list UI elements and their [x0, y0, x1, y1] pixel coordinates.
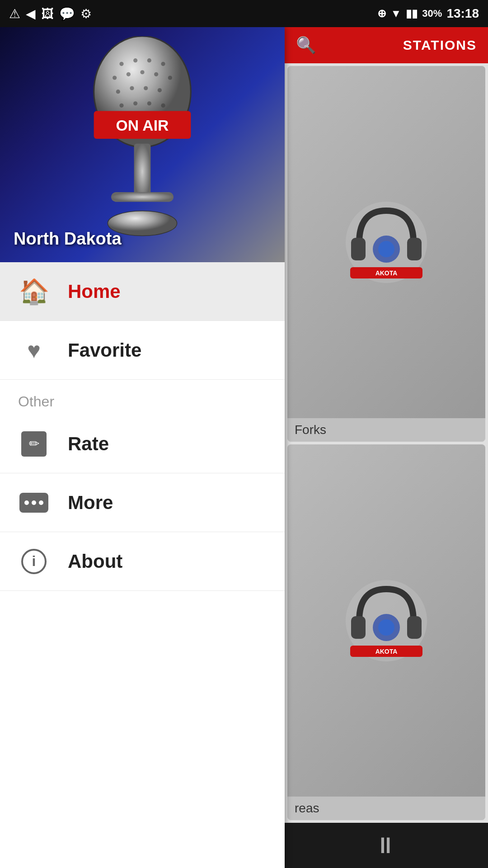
svg-point-13 [158, 88, 162, 92]
svg-text:AKOTA: AKOTA [375, 648, 398, 655]
rate-icon [18, 428, 50, 460]
sidebar-item-more[interactable]: More [0, 473, 285, 532]
svg-point-5 [113, 75, 117, 80]
message-icon: 💬 [59, 6, 75, 21]
rate-label: Rate [68, 433, 109, 455]
home-icon: 🏠 [18, 276, 50, 307]
sidebar-item-rate[interactable]: Rate [0, 415, 285, 473]
app-container: ON AIR North Dakota 🏠 Home ♥ Favorite [0, 27, 488, 868]
right-panel: 🔍 STATIONS [285, 27, 488, 868]
svg-point-1 [119, 62, 123, 66]
playback-bar: ⏸ [285, 823, 488, 868]
more-label: More [68, 492, 113, 514]
other-section-header: Other [0, 380, 285, 415]
svg-rect-31 [351, 616, 366, 639]
svg-point-10 [116, 90, 120, 94]
settings-icon: ⚙ [80, 6, 92, 21]
station-card-2[interactable]: AKOTA reas [287, 444, 485, 820]
sidebar-item-about[interactable]: i About [0, 532, 285, 591]
notification-icon: ⚠ [9, 6, 20, 21]
headphone-svg-1: AKOTA [341, 197, 432, 288]
microphone-svg: ON AIR [66, 36, 219, 244]
stations-list: AKOTA Forks [285, 63, 488, 823]
station-card-1-image: AKOTA [287, 66, 485, 418]
time-label: 13:18 [446, 6, 479, 21]
search-icon[interactable]: 🔍 [296, 36, 316, 55]
headphone-svg-2: AKOTA [341, 576, 432, 666]
home-label: Home [68, 281, 121, 302]
svg-point-14 [119, 104, 123, 108]
image-icon: 🖼 [41, 6, 54, 21]
sidebar: ON AIR North Dakota 🏠 Home ♥ Favorite [0, 27, 285, 868]
more-icon [18, 487, 50, 519]
add-icon: ⊕ [377, 7, 386, 20]
signal-icon: ▮▮ [406, 7, 418, 20]
station-1-location: Forks [295, 423, 326, 437]
right-header: 🔍 STATIONS [285, 27, 488, 63]
svg-point-9 [168, 75, 172, 80]
hero-location-label: North Dakota [14, 229, 122, 249]
svg-point-34 [378, 619, 394, 636]
svg-rect-21 [111, 192, 174, 202]
pause-button[interactable]: ⏸ [374, 832, 399, 859]
wifi-icon: ▼ [391, 7, 402, 20]
svg-rect-25 [407, 238, 422, 260]
status-right-icons: ⊕ ▼ ▮▮ 30% 13:18 [377, 6, 479, 21]
svg-point-6 [127, 72, 131, 76]
status-bar: ⚠ ◀ 🖼 💬 ⚙ ⊕ ▼ ▮▮ 30% 13:18 [0, 0, 488, 27]
svg-point-27 [378, 241, 394, 257]
about-icon: i [18, 546, 50, 577]
back-icon: ◀ [26, 6, 36, 21]
svg-point-12 [144, 86, 148, 90]
svg-point-7 [140, 70, 144, 74]
svg-text:AKOTA: AKOTA [375, 269, 398, 277]
svg-rect-20 [134, 144, 151, 199]
svg-point-15 [133, 101, 137, 105]
battery-label: 30% [422, 8, 442, 19]
status-left-icons: ⚠ ◀ 🖼 💬 ⚙ [9, 6, 92, 21]
svg-rect-32 [407, 616, 422, 639]
favorite-label: Favorite [68, 340, 141, 361]
stations-header-label: STATIONS [403, 38, 477, 53]
heart-icon: ♥ [18, 335, 50, 366]
svg-rect-24 [351, 238, 366, 260]
station-card-1[interactable]: AKOTA Forks [287, 66, 485, 442]
svg-point-3 [147, 58, 151, 62]
hero-image: ON AIR North Dakota [0, 27, 285, 262]
station-card-2-image: AKOTA [287, 444, 485, 797]
sidebar-item-favorite[interactable]: ♥ Favorite [0, 321, 285, 380]
sidebar-item-home[interactable]: 🏠 Home [0, 262, 285, 321]
svg-point-2 [133, 58, 137, 62]
station-2-location: reas [295, 801, 319, 815]
svg-point-16 [147, 101, 151, 105]
svg-point-8 [154, 72, 158, 76]
svg-point-11 [130, 86, 134, 90]
svg-text:ON AIR: ON AIR [116, 117, 169, 134]
about-label: About [68, 551, 122, 572]
svg-point-4 [161, 62, 165, 66]
svg-point-17 [161, 104, 165, 108]
